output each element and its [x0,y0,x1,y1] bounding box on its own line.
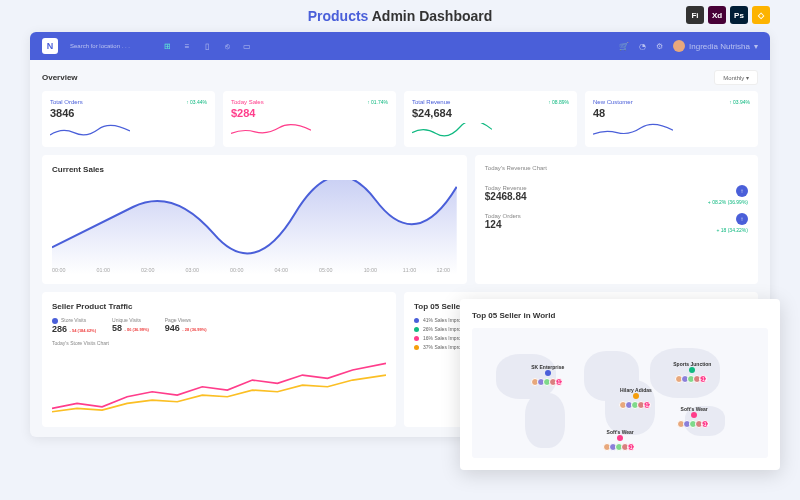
tm-value: 58 - 06 (36.99%) [112,323,149,333]
topbar-right: 🛒 ◔ ⚙ Ingredia Nutrisha ▾ [619,40,758,52]
svg-text:02:00: 02:00 [141,267,154,273]
xd-icon: Xd [708,6,726,24]
up-icon: ↑ [736,185,748,197]
revenue-change: + 08.2% (36.99%) [708,199,748,205]
revenue-value: 124 [485,219,521,230]
seller-pin[interactable]: SK Enterprise+12 [531,364,564,386]
world-seller-overlay: Top 05 Seller in World SK Enterprise+12S… [460,299,780,470]
pin-dot-icon [691,412,697,418]
stat-value: $24,684 [412,107,569,119]
pin-label: Sports Junction [673,361,711,367]
tm-page-views: Page Views 946 - 28 (36.99%) [165,317,207,334]
pin-count: +12 [699,375,707,383]
cart-icon[interactable]: 🛒 [619,42,629,51]
revenue-value: $2468.84 [485,191,527,202]
svg-text:11:00: 11:00 [403,267,416,273]
sparkline [412,123,492,139]
pin-avatars: +12 [679,420,709,428]
pin-avatars: +12 [677,375,707,383]
seller-pin[interactable]: Sports Junction+12 [673,361,711,383]
link-icon[interactable]: ⎋ [222,41,232,51]
stat-value: $284 [231,107,388,119]
pin-label: Hilary Adidas [620,387,652,393]
svg-text:00:00: 00:00 [52,267,65,273]
overview-title: Overview [42,73,78,82]
nav-icons: ⊞ ≡ ▯ ⎋ ▭ [162,41,252,51]
pin-dot-icon [689,367,695,373]
stat-label: New Customer [593,99,750,105]
stat-today-sales[interactable]: ↑ 01.74% Today Sales $284 [223,91,396,147]
title-rest: Admin Dashboard [368,8,492,24]
svg-text:10:00: 10:00 [364,267,377,273]
stat-change: ↑ 03.44% [186,99,207,105]
svg-text:05:00: 05:00 [319,267,332,273]
stat-label: Today Sales [231,99,388,105]
stat-total-orders[interactable]: ↑ 03.44% Total Orders 3846 [42,91,215,147]
sketch-icon: ◇ [752,6,770,24]
search-input[interactable]: Search for location . . . [70,43,130,49]
avatar [673,40,685,52]
svg-text:03:00: 03:00 [186,267,199,273]
pin-avatars: +12 [605,443,635,451]
tm-store-visits: Store Visits 286 - 54 (184.62%) [52,317,96,334]
notification-icon[interactable]: ◔ [639,42,646,51]
revenue-badge: ↑ + 08.2% (36.99%) [708,185,748,205]
current-sales-chart: 00:00 01:00 02:00 03:00 00:00 04:00 05:0… [52,180,457,274]
period-select[interactable]: Monthly ▾ [714,70,758,85]
pin-count: +12 [627,443,635,451]
stats-row: ↑ 03.44% Total Orders 3846 ↑ 01.74% Toda… [42,91,758,147]
stat-total-revenue[interactable]: ↑ 08.89% Total Revenue $24,684 [404,91,577,147]
settings-icon[interactable]: ⚙ [656,42,663,51]
worldmap[interactable]: SK Enterprise+12Sports Junction+12Hilary… [472,328,768,458]
list-icon[interactable]: ≡ [182,41,192,51]
revenue-badge: ↑ + 18 (34.22%) [716,213,748,233]
pin-dot-icon [633,393,639,399]
user-menu[interactable]: Ingredia Nutrisha ▾ [673,40,758,52]
pin-avatars: +12 [621,401,651,409]
pin-count: +12 [701,420,709,428]
current-sales-card: Current Sales 00:00 01:00 02:00 03:00 00… [42,155,467,284]
up-icon: ↑ [736,213,748,225]
overview-header: Overview Monthly ▾ [42,70,758,85]
seller-pin[interactable]: Soft's Wear+12 [605,429,635,451]
svg-text:04:00: 04:00 [275,267,288,273]
tm-label: Store Visits [52,317,96,324]
tm-value: 286 - 54 (184.62%) [52,324,96,334]
stat-label: Total Revenue [412,99,569,105]
topbar: N Search for location . . . ⊞ ≡ ▯ ⎋ ▭ 🛒 … [30,32,770,60]
svg-text:12:00: 12:00 [436,267,449,273]
chart-sub: Today's Store Visits Chart [52,340,386,346]
stat-label: Total Orders [50,99,207,105]
overlay-title: Top 05 Seller in World [472,311,768,320]
tm-value: 946 - 28 (36.99%) [165,323,207,333]
stats-icon[interactable]: ▭ [242,41,252,51]
figma-icon: Fi [686,6,704,24]
pin-dot-icon [617,435,623,441]
user-name: Ingredia Nutrisha [689,42,750,51]
page-title: Products Admin Dashboard [0,0,800,32]
traffic-chart [52,350,386,417]
grid-icon[interactable]: ⊞ [162,41,172,51]
sparkline [593,123,673,139]
orders-today: Today Orders 124 ↑ + 18 (34.22%) [485,213,748,233]
seller-pin[interactable]: Soft's Wear+12 [679,406,709,428]
pin-count: +12 [555,378,563,386]
card-title: Today's Revenue Chart [485,165,748,171]
card-title: Seller Product Traffic [52,302,386,311]
svg-text:01:00: 01:00 [97,267,110,273]
pin-avatars: +12 [533,378,563,386]
sparkline [231,123,311,139]
traffic-metrics: Store Visits 286 - 54 (184.62%) Unique V… [52,317,386,334]
logo[interactable]: N [42,38,58,54]
chart-icon[interactable]: ▯ [202,41,212,51]
charts-row: Current Sales 00:00 01:00 02:00 03:00 00… [42,155,758,284]
pin-count: +12 [643,401,651,409]
ps-icon: Ps [730,6,748,24]
stat-new-customer[interactable]: ↑ 03.94% New Customer 48 [585,91,758,147]
stat-change: ↑ 01.74% [367,99,388,105]
stat-change: ↑ 08.89% [548,99,569,105]
tool-icons: Fi Xd Ps ◇ [686,6,770,24]
revenue-change: + 18 (34.22%) [716,227,748,233]
seller-pin[interactable]: Hilary Adidas+12 [620,387,652,409]
pin-dot-icon [545,370,551,376]
